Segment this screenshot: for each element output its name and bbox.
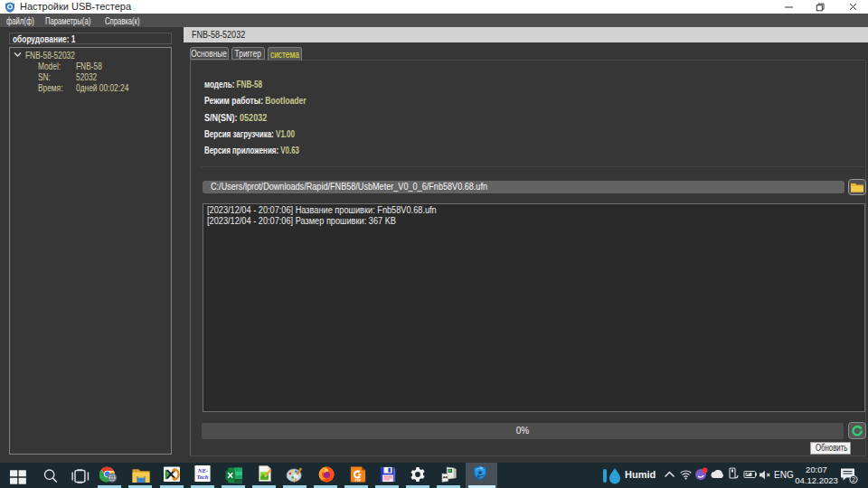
svg-text:PDF: PDF (355, 479, 361, 483)
svg-text:Tech: Tech (196, 474, 208, 480)
svg-text:NE-: NE- (197, 467, 208, 474)
svg-text:2: 2 (852, 475, 855, 483)
